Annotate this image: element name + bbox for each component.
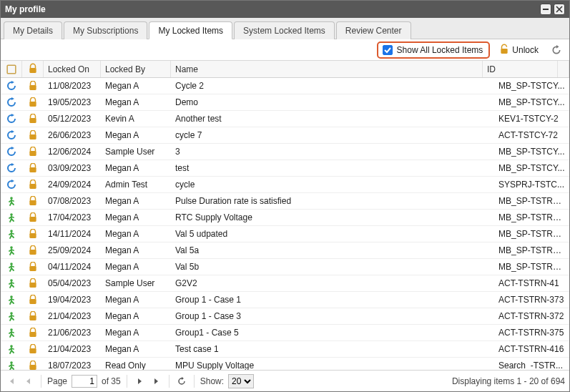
- minimize-icon: [542, 6, 549, 13]
- table-row[interactable]: 04/11/2024Megan AVal 5bMB_SP-TSTRN...: [1, 259, 569, 275]
- pager-refresh-button[interactable]: [175, 375, 188, 388]
- cell-name: MPU Supply Voltage: [171, 361, 494, 370]
- cell-locked-on: 12/06/2024: [44, 147, 101, 157]
- svg-rect-10: [29, 184, 36, 189]
- row-lock-icon-cell: [22, 196, 44, 206]
- lock-icon: [28, 114, 38, 124]
- page-input[interactable]: [72, 375, 97, 388]
- cell-locked-by: Megan A: [101, 344, 171, 354]
- lock-icon: [28, 229, 38, 239]
- row-type-icon-cell: [1, 311, 22, 321]
- svg-rect-26: [29, 315, 36, 320]
- testrun-icon: [6, 295, 16, 305]
- minimize-button[interactable]: [540, 4, 551, 15]
- cell-name: Test case 1: [171, 344, 494, 354]
- close-button[interactable]: [554, 4, 565, 15]
- table-row[interactable]: 17/04/2023Megan ARTC Supply VoltageMB_SP…: [1, 210, 569, 226]
- cell-name: G2V2: [171, 278, 494, 288]
- column-name[interactable]: Name: [171, 61, 483, 77]
- table-row[interactable]: 21/06/2023Megan AGroup1 - Case 5ACT-TSTR…: [1, 325, 569, 341]
- table-row[interactable]: 25/09/2024Megan AVal 5aMB_SP-TSTRN...: [1, 242, 569, 259]
- tab-my-details[interactable]: My Details: [4, 21, 62, 39]
- tab-review-center[interactable]: Review Center: [336, 21, 411, 39]
- table-row[interactable]: 19/04/2023Megan AGroup 1 - Case 1ACT-TST…: [1, 292, 569, 308]
- row-type-icon-cell: [1, 245, 22, 255]
- table-row[interactable]: 03/09/2023Megan AtestMB_SP-TSTCY...: [1, 160, 569, 177]
- lock-icon: [28, 262, 38, 272]
- row-type-icon-cell: [1, 212, 22, 222]
- cell-locked-on: 05/04/2023: [44, 278, 101, 288]
- row-lock-icon-cell: [22, 114, 44, 124]
- tab-my-locked-items[interactable]: My Locked Items: [149, 21, 232, 39]
- tab-label: System Locked Items: [243, 26, 325, 36]
- toolbar: Show All Locked Items Unlock: [1, 39, 569, 61]
- row-type-icon-cell: [1, 163, 22, 173]
- table-row[interactable]: 12/06/2024Sample User3MB_SP-TSTCY...: [1, 144, 569, 160]
- row-lock-icon-cell: [22, 328, 44, 338]
- svg-rect-28: [29, 332, 36, 337]
- cell-name: Val 5 udpated: [171, 229, 494, 239]
- pager-sep: [127, 375, 127, 388]
- tab-label: My Details: [13, 26, 53, 36]
- table-row[interactable]: 05/04/2023Sample UserG2V2ACT-TSTRN-41: [1, 275, 569, 292]
- table-row[interactable]: 14/11/2024Megan AVal 5 udpatedMB_SP-TSTR…: [1, 226, 569, 242]
- table-row[interactable]: 07/08/2023Megan APulse Duration rate is …: [1, 193, 569, 210]
- pager-sep: [169, 375, 169, 388]
- cell-locked-on: 14/11/2024: [44, 229, 101, 239]
- unlock-button[interactable]: Unlock: [496, 43, 542, 57]
- show-label: Show:: [200, 376, 224, 386]
- testrun-icon: [6, 212, 16, 222]
- lock-icon: [28, 361, 38, 370]
- column-locked-on[interactable]: Locked On: [44, 61, 101, 77]
- window-title: My profile: [5, 4, 538, 14]
- cell-id: MB_SP-TSTRN...: [494, 196, 569, 206]
- table-row[interactable]: 05/12/2023Kevin AAnother testKEV1-TSTCY-…: [1, 111, 569, 127]
- row-type-icon-cell: [1, 97, 22, 107]
- tab-system-locked-items[interactable]: System Locked Items: [234, 21, 335, 39]
- svg-rect-2: [7, 65, 16, 74]
- table-row[interactable]: 21/04/2023Megan ATest case 1ACT-TSTRN-41…: [1, 341, 569, 358]
- table-row[interactable]: 21/04/2023Megan AGroup 1 - Case 3ACT-TST…: [1, 308, 569, 325]
- prev-page-button[interactable]: [22, 375, 35, 388]
- cell-locked-on: 03/09/2023: [44, 163, 101, 173]
- cell-locked-by: Sample User: [101, 147, 171, 157]
- tab-my-subscriptions[interactable]: My Subscriptions: [64, 21, 147, 39]
- column-id[interactable]: ID: [483, 61, 558, 77]
- cell-name: Val 5a: [171, 245, 494, 255]
- grid-body[interactable]: 11/08/2023Megan ACycle 2MB_SP-TSTCY...19…: [1, 78, 569, 370]
- cell-locked-on: 19/05/2023: [44, 97, 101, 107]
- refresh-button[interactable]: [548, 43, 565, 57]
- column-type[interactable]: [1, 61, 22, 77]
- row-lock-icon-cell: [22, 180, 44, 190]
- lock-icon: [28, 130, 38, 140]
- cell-name: Group1 - Case 5: [171, 328, 494, 338]
- svg-rect-32: [29, 365, 36, 370]
- svg-rect-5: [29, 102, 36, 107]
- row-lock-icon-cell: [22, 361, 44, 370]
- cell-id: MB_SP-TSTRN...: [494, 262, 569, 272]
- lock-icon: [28, 97, 38, 107]
- cell-id: Search_-TSTR...: [494, 361, 569, 370]
- table-row[interactable]: 24/09/2024Admin TestcycleSYSPRJ-TSTC...: [1, 177, 569, 193]
- cell-locked-on: 25/09/2024: [44, 245, 101, 255]
- row-type-icon-cell: [1, 147, 22, 157]
- cycle-icon: [6, 180, 16, 190]
- table-row[interactable]: 11/08/2023Megan ACycle 2MB_SP-TSTCY...: [1, 78, 569, 94]
- column-scroll-spacer: [558, 61, 569, 77]
- show-all-checkbox[interactable]: [383, 45, 393, 55]
- prev-page-icon: [24, 377, 33, 386]
- cell-id: MB_SP-TSTRN...: [494, 212, 569, 222]
- column-locked-by[interactable]: Locked By: [101, 61, 171, 77]
- cell-id: ACT-TSTRN-416: [494, 344, 569, 354]
- table-row[interactable]: 26/06/2023Megan Acycle 7ACT-TSTCY-72: [1, 127, 569, 144]
- first-page-button[interactable]: [5, 375, 18, 388]
- table-row[interactable]: 18/07/2023Read OnlyMPU Supply VoltageSea…: [1, 358, 569, 370]
- page-size-select[interactable]: 20: [228, 374, 254, 388]
- cell-id: ACT-TSTRN-375: [494, 328, 569, 338]
- last-page-button[interactable]: [150, 375, 163, 388]
- cell-locked-by: Megan A: [101, 130, 171, 140]
- column-lock[interactable]: [22, 61, 44, 77]
- table-row[interactable]: 19/05/2023Megan ADemoMB_SP-TSTCY...: [1, 94, 569, 111]
- next-page-button[interactable]: [133, 375, 146, 388]
- cell-name: Group 1 - Case 1: [171, 295, 494, 305]
